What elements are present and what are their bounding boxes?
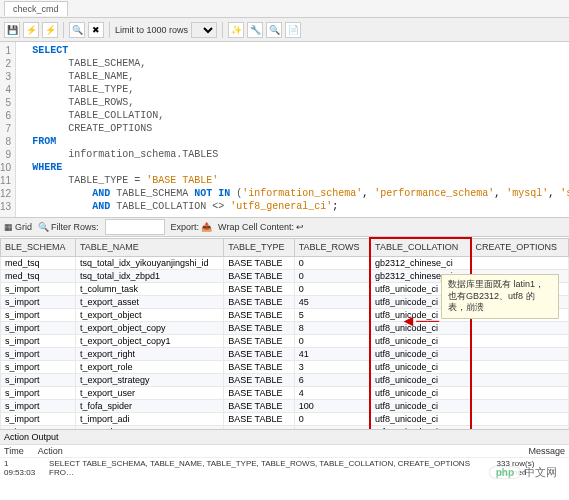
cell[interactable]: med_tsq <box>1 256 76 269</box>
cell[interactable]: t_export_user <box>75 386 223 399</box>
col-schema[interactable]: BLE_SCHEMA <box>1 238 76 256</box>
cell[interactable]: BASE TABLE <box>224 347 294 360</box>
cell[interactable]: s_import <box>1 308 76 321</box>
cell[interactable]: utf8_unicode_ci <box>370 386 470 399</box>
filter-input[interactable] <box>105 219 165 235</box>
cell[interactable] <box>471 321 569 334</box>
save-icon[interactable]: 💾 <box>4 22 20 38</box>
col-collation[interactable]: TABLE_COLLATION <box>370 238 470 256</box>
cell[interactable]: t_export_object_copy1 <box>75 334 223 347</box>
cell[interactable]: utf8_unicode_ci <box>370 347 470 360</box>
wrap-toggle[interactable]: Wrap Cell Content: ↩ <box>218 222 304 232</box>
tool-icon[interactable]: 🔧 <box>247 22 263 38</box>
cell[interactable]: BASE TABLE <box>224 295 294 308</box>
table-row[interactable]: s_importt_export_object_copy1BASE TABLE0… <box>1 334 569 347</box>
cell[interactable]: 4 <box>294 386 370 399</box>
col-type[interactable]: TABLE_TYPE <box>224 238 294 256</box>
cell[interactable]: t_import_adi <box>75 412 223 425</box>
col-name[interactable]: TABLE_NAME <box>75 238 223 256</box>
table-row[interactable]: s_importt_export_roleBASE TABLE3utf8_uni… <box>1 360 569 373</box>
cell[interactable]: 41 <box>294 347 370 360</box>
cell[interactable]: s_import <box>1 321 76 334</box>
run-script-icon[interactable]: ⚡ <box>42 22 58 38</box>
cell[interactable] <box>471 334 569 347</box>
cell[interactable] <box>471 386 569 399</box>
cell[interactable]: t_nongda3_req <box>75 425 223 429</box>
cell[interactable]: s_import <box>1 295 76 308</box>
run-icon[interactable]: ⚡ <box>23 22 39 38</box>
sql-editor[interactable]: 12345678910111213 SELECT TABLE_SCHEMA, T… <box>0 42 569 217</box>
cell[interactable]: t_export_object_copy <box>75 321 223 334</box>
cell[interactable]: t_export_strategy <box>75 373 223 386</box>
cell[interactable]: 45 <box>294 295 370 308</box>
table-row[interactable]: s_importt_export_userBASE TABLE4utf8_uni… <box>1 386 569 399</box>
cell[interactable]: BASE TABLE <box>224 282 294 295</box>
cell[interactable]: 0 <box>294 282 370 295</box>
cell[interactable]: BASE TABLE <box>224 412 294 425</box>
col-rows[interactable]: TABLE_ROWS <box>294 238 370 256</box>
cell[interactable]: 0 <box>294 425 370 429</box>
cell[interactable] <box>471 347 569 360</box>
table-row[interactable]: s_importt_export_rightBASE TABLE41utf8_u… <box>1 347 569 360</box>
cell[interactable]: 0 <box>294 256 370 269</box>
export-button[interactable]: Export: 📤 <box>171 222 213 232</box>
sql-code[interactable]: SELECT TABLE_SCHEMA, TABLE_NAME, TABLE_T… <box>16 42 569 217</box>
cell[interactable] <box>471 412 569 425</box>
cell[interactable] <box>471 256 569 269</box>
cell[interactable]: s_import <box>1 425 76 429</box>
cell[interactable] <box>471 399 569 412</box>
cell[interactable]: BASE TABLE <box>224 425 294 429</box>
cell[interactable]: t_column_task <box>75 282 223 295</box>
cell[interactable]: 0 <box>294 269 370 282</box>
table-row[interactable]: s_importt_nongda3_reqBASE TABLE0utf8_uni… <box>1 425 569 429</box>
cell[interactable]: t_fofa_spider <box>75 399 223 412</box>
table-row[interactable]: s_importt_import_adiBASE TABLE0utf8_unic… <box>1 412 569 425</box>
cell[interactable]: BASE TABLE <box>224 321 294 334</box>
cell[interactable]: s_import <box>1 412 76 425</box>
cell[interactable]: BASE TABLE <box>224 256 294 269</box>
explain-icon[interactable]: 🔍 <box>69 22 85 38</box>
cell[interactable]: s_import <box>1 399 76 412</box>
file-tab[interactable]: check_cmd <box>4 1 68 16</box>
cell[interactable]: 0 <box>294 412 370 425</box>
cell[interactable]: s_import <box>1 373 76 386</box>
cell[interactable]: 3 <box>294 360 370 373</box>
table-row[interactable]: s_importt_export_object_copyBASE TABLE8u… <box>1 321 569 334</box>
cell[interactable]: s_import <box>1 282 76 295</box>
cell[interactable] <box>471 360 569 373</box>
cell[interactable] <box>471 425 569 429</box>
search-icon[interactable]: 🔍 <box>266 22 282 38</box>
result-grid[interactable]: BLE_SCHEMA TABLE_NAME TABLE_TYPE TABLE_R… <box>0 237 569 429</box>
table-row[interactable]: s_importt_export_strategyBASE TABLE6utf8… <box>1 373 569 386</box>
cell[interactable]: tsq_total_idx_yikouyanjingshi_id <box>75 256 223 269</box>
beautify-icon[interactable]: ✨ <box>228 22 244 38</box>
grid-view-button[interactable]: ▦ Grid <box>4 222 32 232</box>
cell[interactable]: utf8_unicode_ci <box>370 412 470 425</box>
cell[interactable]: 8 <box>294 321 370 334</box>
cell[interactable]: BASE TABLE <box>224 334 294 347</box>
table-row[interactable]: s_importt_fofa_spiderBASE TABLE100utf8_u… <box>1 399 569 412</box>
table-row[interactable]: med_tsqtsq_total_idx_yikouyanjingshi_idB… <box>1 256 569 269</box>
cell[interactable]: utf8_unicode_ci <box>370 425 470 429</box>
cell[interactable]: 0 <box>294 334 370 347</box>
cell[interactable]: tsq_total_idx_zbpd1 <box>75 269 223 282</box>
cell[interactable]: utf8_unicode_ci <box>370 334 470 347</box>
cell[interactable]: med_tsq <box>1 269 76 282</box>
cell[interactable]: 6 <box>294 373 370 386</box>
cell[interactable]: s_import <box>1 386 76 399</box>
cell[interactable]: gb2312_chinese_ci <box>370 256 470 269</box>
cell[interactable]: 5 <box>294 308 370 321</box>
cell[interactable]: BASE TABLE <box>224 360 294 373</box>
col-options[interactable]: CREATE_OPTIONS <box>471 238 569 256</box>
cell[interactable]: BASE TABLE <box>224 373 294 386</box>
snippet-icon[interactable]: 📄 <box>285 22 301 38</box>
cell[interactable]: utf8_unicode_ci <box>370 373 470 386</box>
cell[interactable]: BASE TABLE <box>224 269 294 282</box>
cell[interactable]: utf8_unicode_ci <box>370 399 470 412</box>
cell[interactable]: s_import <box>1 360 76 373</box>
cell[interactable]: t_export_right <box>75 347 223 360</box>
cell[interactable]: t_export_object <box>75 308 223 321</box>
cell[interactable]: BASE TABLE <box>224 386 294 399</box>
stop-icon[interactable]: ✖ <box>88 22 104 38</box>
cell[interactable]: s_import <box>1 347 76 360</box>
